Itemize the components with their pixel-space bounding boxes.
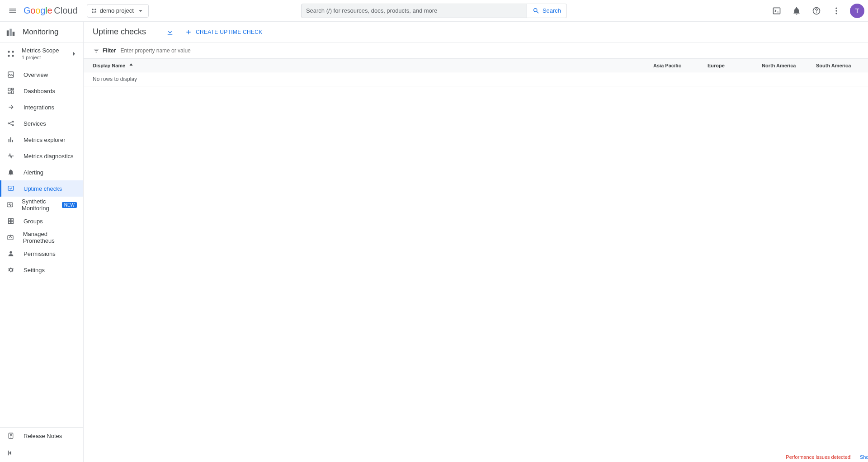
svg-point-1: [94, 9, 96, 10]
sidebar-item-label: Dashboards: [24, 88, 55, 94]
download-button[interactable]: [166, 28, 174, 36]
svg-point-22: [8, 123, 9, 124]
sidebar-item-uptime-checks[interactable]: Uptime checks: [0, 180, 83, 197]
sidebar-item-integrations[interactable]: Integrations: [0, 99, 83, 115]
svg-rect-30: [9, 219, 11, 221]
sidebar-product-title: Monitoring: [23, 28, 58, 37]
cloud-shell-button[interactable]: [768, 2, 786, 20]
plus-icon: [185, 28, 192, 36]
svg-point-16: [12, 55, 14, 57]
bar-chart-icon: [6, 136, 15, 143]
column-north-america[interactable]: North America: [762, 63, 816, 68]
sidebar-item-alerting[interactable]: Alerting: [0, 164, 83, 180]
search-button[interactable]: Search: [527, 4, 567, 18]
sidebar-item-label: Metrics explorer: [24, 137, 65, 143]
filter-label: Filter: [103, 47, 116, 54]
svg-rect-33: [11, 222, 14, 224]
bell-icon: [6, 169, 15, 176]
svg-point-9: [835, 13, 837, 14]
image-icon: [6, 71, 15, 78]
scope-icon: [6, 50, 15, 58]
sidebar-item-dashboards[interactable]: Dashboards: [0, 83, 83, 99]
sort-asc-icon: [128, 62, 134, 69]
more-button[interactable]: [827, 2, 845, 20]
sidebar-collapse-button[interactable]: [0, 444, 83, 462]
nav-menu-button[interactable]: [4, 2, 22, 20]
search-placeholder: Search (/) for resources, docs, products…: [306, 7, 437, 14]
sidebar-item-label: Alerting: [24, 169, 43, 176]
sidebar-item-metrics-explorer[interactable]: Metrics explorer: [0, 132, 83, 148]
svg-rect-37: [8, 451, 9, 456]
metrics-scope-selector[interactable]: Metrics Scope 1 project: [0, 42, 83, 65]
svg-rect-28: [8, 186, 14, 190]
sidebar-item-settings[interactable]: Settings: [0, 262, 83, 278]
project-icon: [91, 8, 97, 14]
sidebar-item-label: Settings: [24, 267, 45, 273]
performance-warning: Performance issues detected!: [786, 454, 852, 460]
svg-point-2: [92, 11, 94, 13]
svg-point-24: [12, 125, 14, 126]
create-uptime-check-button[interactable]: CREATE UPTIME CHECK: [185, 28, 263, 36]
sidebar-item-label: Overview: [24, 71, 48, 78]
sidebar-item-services[interactable]: Services: [0, 115, 83, 132]
svg-point-7: [835, 7, 837, 9]
svg-rect-32: [9, 222, 11, 224]
download-icon: [166, 28, 174, 36]
sidebar-item-label: Synthetic Monitoring: [22, 198, 51, 212]
project-name: demo project: [100, 7, 134, 14]
sidebar: Monitoring Metrics Scope 1 project Overv…: [0, 22, 84, 462]
svg-point-0: [92, 9, 94, 10]
sidebar-item-release-notes[interactable]: Release Notes: [0, 428, 83, 444]
sidebar-item-metrics-diagnostics[interactable]: Metrics diagnostics: [0, 148, 83, 164]
filter-icon: [93, 47, 100, 54]
new-badge: NEW: [62, 202, 77, 208]
avatar-initial: T: [855, 7, 859, 14]
page-title: Uptime checks: [93, 27, 146, 37]
svg-point-6: [816, 12, 817, 13]
search-button-label: Search: [542, 7, 561, 14]
svg-rect-20: [11, 91, 14, 94]
svg-point-14: [12, 51, 14, 53]
main-content: Uptime checks CREATE UPTIME CHECK Filter…: [84, 22, 868, 462]
svg-rect-27: [12, 140, 13, 142]
svg-rect-31: [11, 219, 14, 221]
column-europe[interactable]: Europe: [708, 63, 762, 68]
filter-input[interactable]: [120, 47, 868, 54]
sidebar-title-row: Monitoring: [0, 22, 83, 42]
dropdown-icon: [137, 7, 145, 15]
gear-icon: [6, 266, 15, 273]
release-notes-icon: [6, 432, 15, 439]
page-toolbar: Uptime checks CREATE UPTIME CHECK: [84, 22, 868, 42]
svg-rect-18: [8, 88, 10, 91]
account-avatar[interactable]: T: [850, 4, 864, 18]
show-debug-panel-link[interactable]: Show debug panel: [860, 454, 868, 460]
svg-rect-4: [774, 8, 780, 14]
groups-icon: [6, 217, 15, 225]
sidebar-item-label: Groups: [24, 218, 43, 225]
sidebar-item-overview[interactable]: Overview: [0, 66, 83, 83]
search-icon: [533, 7, 540, 14]
help-button[interactable]: [807, 2, 826, 20]
monitoring-icon: [5, 27, 16, 38]
project-selector[interactable]: demo project: [87, 4, 149, 18]
sidebar-item-managed-prometheus[interactable]: Managed Prometheus: [0, 229, 83, 245]
search-input[interactable]: Search (/) for resources, docs, products…: [301, 4, 527, 18]
filter-button[interactable]: Filter: [93, 47, 116, 54]
global-header: Google Cloud demo project Search (/) for…: [0, 0, 868, 22]
svg-rect-11: [9, 28, 12, 36]
nodes-icon: [6, 120, 15, 127]
sidebar-item-synthetic-monitoring[interactable]: Synthetic Monitoring NEW: [0, 197, 83, 213]
google-cloud-logo[interactable]: Google Cloud: [24, 5, 78, 16]
svg-point-23: [12, 121, 14, 123]
svg-rect-25: [9, 139, 9, 142]
sidebar-item-groups[interactable]: Groups: [0, 213, 83, 229]
notifications-button[interactable]: [788, 2, 806, 20]
dashboard-icon: [6, 87, 15, 94]
google-logo-text: Google: [24, 5, 52, 16]
column-asia-pacific[interactable]: Asia Pacific: [653, 63, 708, 68]
column-display-name[interactable]: Display Name: [93, 62, 653, 69]
arrow-right-icon: [6, 104, 15, 111]
filter-bar: Filter ?: [84, 42, 868, 59]
sidebar-item-permissions[interactable]: Permissions: [0, 245, 83, 262]
column-south-america[interactable]: South America: [816, 63, 868, 68]
